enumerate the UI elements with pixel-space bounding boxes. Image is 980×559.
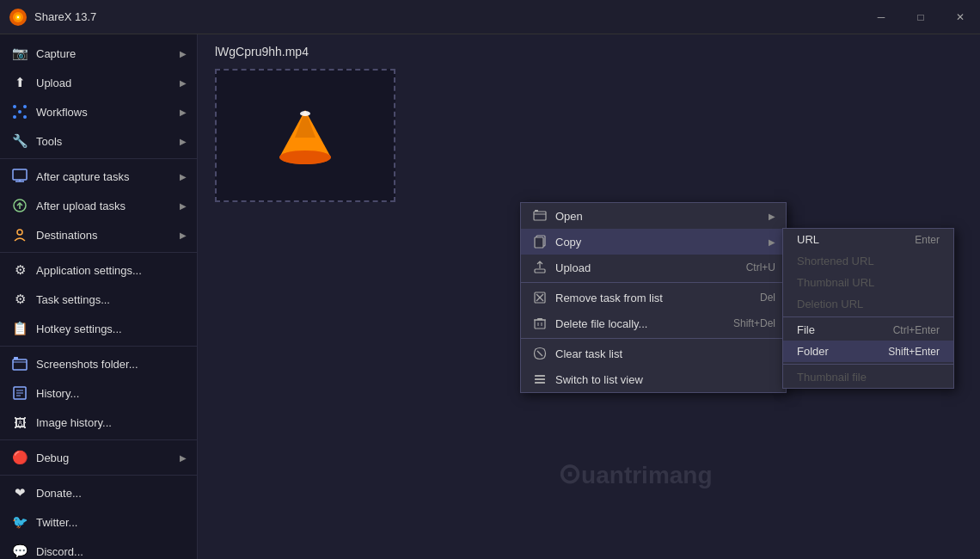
copy-url-label: URL xyxy=(797,233,915,246)
upload-icon: ⬆ xyxy=(10,73,29,92)
open-icon xyxy=(531,207,548,224)
copy-url-shortcut: Enter xyxy=(915,234,940,246)
app-title: ShareX 13.7 xyxy=(34,10,96,23)
sidebar-label-screenshots: Screenshots folder... xyxy=(36,358,187,371)
tools-icon: 🔧 xyxy=(10,132,29,150)
main-window: 📷 Capture ▶ ⬆ Upload ▶ Workflows ▶ xyxy=(0,34,980,559)
sidebar-item-donate[interactable]: ❤ Donate... xyxy=(0,478,197,507)
screenshots-icon xyxy=(10,354,29,373)
hotkey-settings-icon: 📋 xyxy=(10,319,29,338)
ctx-open-label: Open xyxy=(555,210,764,223)
history-icon xyxy=(10,384,29,402)
copy-folder[interactable]: Folder Shift+Enter xyxy=(783,341,953,362)
ctx-copy[interactable]: Copy ▶ xyxy=(521,229,786,255)
watermark-text: uantrimang xyxy=(581,462,712,488)
ctx-upload-shortcut: Ctrl+U xyxy=(746,261,775,273)
divider-4 xyxy=(0,439,197,440)
ctx-copy-label: Copy xyxy=(555,236,764,249)
sidebar-item-screenshots[interactable]: Screenshots folder... xyxy=(0,349,197,378)
after-capture-icon xyxy=(10,167,29,186)
copy-thumbnail-file-label: Thumbnail file xyxy=(797,371,940,384)
copy-folder-label: Folder xyxy=(797,345,888,358)
ctx-delete-shortcut: Shift+Del xyxy=(733,317,775,329)
workflows-icon xyxy=(10,102,29,121)
copy-url[interactable]: URL Enter xyxy=(783,229,953,250)
sidebar-item-upload[interactable]: ⬆ Upload ▶ xyxy=(0,68,197,97)
sidebar-item-history[interactable]: History... xyxy=(0,378,197,408)
sidebar-item-workflows[interactable]: Workflows ▶ xyxy=(0,97,197,126)
sidebar-item-task-settings[interactable]: ⚙ Task settings... xyxy=(0,285,197,314)
ctx-open[interactable]: Open ▶ xyxy=(521,203,786,229)
sidebar-item-after-upload[interactable]: After upload tasks ▶ xyxy=(0,191,197,220)
image-history-icon: 🖼 xyxy=(10,413,29,432)
copy-file-shortcut: Ctrl+Enter xyxy=(893,324,940,336)
copy-thumbnail-url: Thumbnail URL xyxy=(783,272,953,293)
context-menu: Open ▶ Copy ▶ xyxy=(520,202,787,393)
watermark-symbol: ⊙ xyxy=(558,458,581,489)
svg-point-5 xyxy=(23,105,27,108)
sidebar-item-capture[interactable]: 📷 Capture ▶ xyxy=(0,39,197,68)
copy-file[interactable]: File Ctrl+Enter xyxy=(783,319,953,341)
copy-thumbnail-url-label: Thumbnail URL xyxy=(797,276,940,289)
open-arrow: ▶ xyxy=(769,212,775,221)
sidebar-label-discord: Discord... xyxy=(36,545,187,558)
tools-arrow: ▶ xyxy=(180,137,187,146)
copy-shortened-url: Shortened URL xyxy=(783,250,953,272)
sidebar: 📷 Capture ▶ ⬆ Upload ▶ Workflows ▶ xyxy=(0,34,198,559)
destinations-arrow: ▶ xyxy=(180,230,187,240)
svg-rect-34 xyxy=(535,320,545,329)
clear-task-icon xyxy=(531,345,548,362)
ctx-switch-view[interactable]: Switch to list view xyxy=(521,366,786,392)
svg-rect-9 xyxy=(13,169,27,180)
sidebar-item-after-capture[interactable]: After capture tasks ▶ xyxy=(0,162,197,191)
submenu-divider-1 xyxy=(783,316,953,317)
svg-point-24 xyxy=(279,150,331,164)
close-button[interactable]: ✕ xyxy=(940,0,980,34)
svg-rect-16 xyxy=(14,357,18,359)
svg-rect-30 xyxy=(535,269,545,273)
sidebar-label-donate: Donate... xyxy=(36,487,187,500)
sidebar-item-debug[interactable]: 🔴 Debug ▶ xyxy=(0,443,197,472)
copy-deletion-url: Deletion URL xyxy=(783,293,953,315)
sidebar-item-destinations[interactable]: Destinations ▶ xyxy=(0,220,197,249)
maximize-button[interactable]: □ xyxy=(901,0,940,34)
svg-point-6 xyxy=(13,115,16,119)
ctx-upload-label: Upload xyxy=(555,261,729,274)
svg-rect-29 xyxy=(535,237,543,248)
minimize-button[interactable]: ─ xyxy=(861,0,901,34)
svg-point-25 xyxy=(300,111,310,116)
ctx-upload-icon xyxy=(531,259,548,276)
ctx-delete-file-label: Delete file locally... xyxy=(555,317,716,330)
delete-file-icon xyxy=(531,315,548,332)
ctx-delete-file[interactable]: Delete file locally... Shift+Del xyxy=(521,310,786,336)
sidebar-label-image-history: Image history... xyxy=(36,416,187,429)
after-upload-icon xyxy=(10,196,29,215)
discord-icon: 💬 xyxy=(10,542,29,559)
sidebar-label-workflows: Workflows xyxy=(36,106,180,119)
sidebar-item-app-settings[interactable]: ⚙ Application settings... xyxy=(0,255,197,285)
vlc-icon xyxy=(271,101,340,170)
copy-file-label: File xyxy=(797,323,893,336)
svg-rect-27 xyxy=(535,210,538,212)
thumbnail-area xyxy=(215,69,395,202)
destinations-icon xyxy=(10,225,29,244)
sidebar-label-destinations: Destinations xyxy=(36,229,180,242)
window-controls: ─ □ ✕ xyxy=(861,0,980,34)
ctx-divider-1 xyxy=(521,282,786,283)
task-settings-icon: ⚙ xyxy=(10,290,29,309)
ctx-upload[interactable]: Upload Ctrl+U xyxy=(521,255,786,280)
sidebar-item-twitter[interactable]: 🐦 Twitter... xyxy=(0,507,197,537)
sidebar-item-discord[interactable]: 💬 Discord... xyxy=(0,537,197,559)
sidebar-label-twitter: Twitter... xyxy=(36,516,187,529)
titlebar: ShareX 13.7 ─ □ ✕ xyxy=(0,0,980,34)
svg-point-14 xyxy=(17,230,22,235)
after-capture-arrow: ▶ xyxy=(180,172,187,181)
switch-view-icon xyxy=(531,371,548,388)
ctx-remove-task[interactable]: Remove task from list Del xyxy=(521,285,786,310)
ctx-clear-task[interactable]: Clear task list xyxy=(521,341,786,366)
sidebar-item-image-history[interactable]: 🖼 Image history... xyxy=(0,408,197,437)
copy-arrow: ▶ xyxy=(769,237,775,247)
sidebar-item-hotkey-settings[interactable]: 📋 Hotkey settings... xyxy=(0,314,197,343)
sidebar-item-tools[interactable]: 🔧 Tools ▶ xyxy=(0,126,197,156)
sidebar-label-task-settings: Task settings... xyxy=(36,293,187,306)
